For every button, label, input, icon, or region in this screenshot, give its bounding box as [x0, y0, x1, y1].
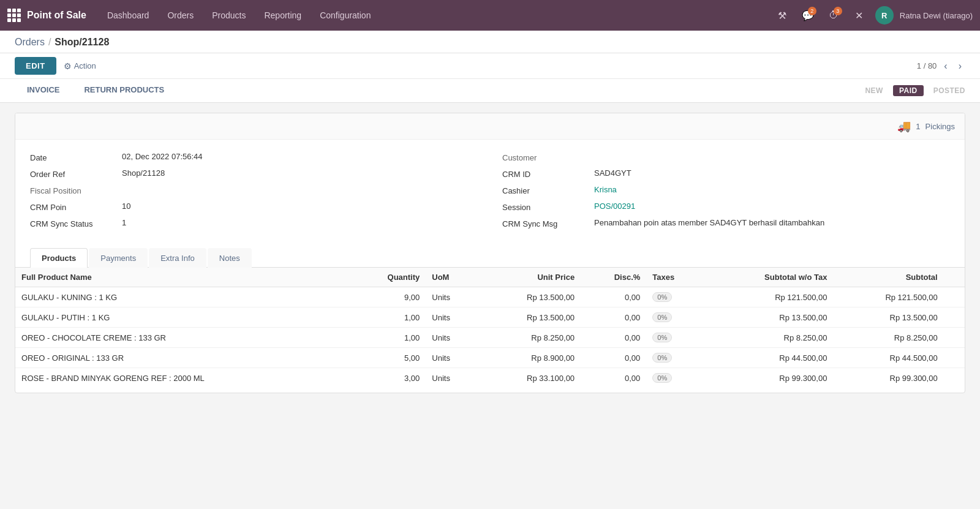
- tax-badge: 0%: [652, 353, 672, 363]
- cell-unit-price: Rp 33.100,00: [478, 368, 581, 388]
- date-value: 02, Dec 2022 07:56:44: [122, 152, 203, 161]
- order-ref-label: Order Ref: [30, 168, 116, 179]
- menu-configuration[interactable]: Configuration: [311, 0, 379, 31]
- col-menu: [944, 268, 965, 287]
- cell-quantity: 1,00: [350, 328, 426, 348]
- order-ref-row: Order Ref Shop/21128: [30, 168, 478, 179]
- inner-tab-payments[interactable]: Payments: [89, 248, 148, 268]
- cell-unit-price: Rp 8.250,00: [478, 328, 581, 348]
- cell-subtotal: Rp 99.300,00: [833, 368, 943, 388]
- cashier-row: Cashier Krisna: [502, 185, 950, 195]
- status-paid: PAID: [893, 85, 924, 96]
- cell-subtotal-wo-tax: Rp 44.500,00: [705, 348, 833, 368]
- crm-id-row: CRM ID SAD4GYT: [502, 168, 950, 179]
- cell-subtotal-wo-tax: Rp 99.300,00: [705, 368, 833, 388]
- breadcrumb-separator: /: [48, 37, 51, 48]
- order-card: 🚚 1 Pickings Date 02, Dec 2022 07:56:44 …: [15, 113, 965, 393]
- tax-badge: 0%: [652, 333, 672, 342]
- fiscal-position-label: Fiscal Position: [30, 185, 116, 195]
- cell-unit-price: Rp 13.500,00: [478, 287, 581, 307]
- table-row[interactable]: GULAKU - PUTIH : 1 KG 1,00 Units Rp 13.5…: [15, 307, 965, 328]
- col-subtotal: Subtotal: [833, 268, 943, 287]
- prev-button[interactable]: ‹: [940, 59, 951, 73]
- cell-unit-price: Rp 8.900,00: [478, 348, 581, 368]
- tab-invoice[interactable]: INVOICE: [15, 79, 72, 102]
- breadcrumb: Orders / Shop/21128: [15, 37, 965, 48]
- table-row[interactable]: GULAKU - KUNING : 1 KG 9,00 Units Rp 13.…: [15, 287, 965, 307]
- cell-disc: 0,00: [581, 287, 646, 307]
- menu-dashboard[interactable]: Dashboard: [99, 0, 158, 31]
- session-label: Session: [502, 202, 588, 212]
- cell-product-name: GULAKU - PUTIH : 1 KG: [15, 307, 350, 328]
- tax-badge: 0%: [652, 373, 672, 383]
- cashier-value[interactable]: Krisna: [594, 185, 617, 194]
- breadcrumb-parent[interactable]: Orders: [15, 37, 45, 48]
- crm-sync-status-value: 1: [122, 218, 126, 227]
- menu-orders[interactable]: Orders: [159, 0, 202, 31]
- customer-label: Customer: [502, 152, 588, 162]
- inner-tab-extra-info[interactable]: Extra Info: [149, 248, 206, 268]
- cell-menu-dots: [944, 368, 965, 388]
- inner-tab-notes[interactable]: Notes: [208, 248, 252, 268]
- date-row: Date 02, Dec 2022 07:56:44: [30, 152, 478, 162]
- crm-sync-msg-label: CRM Sync Msg: [502, 218, 588, 228]
- app-logo[interactable]: Point of Sale: [7, 9, 86, 22]
- app-name: Point of Sale: [27, 10, 86, 21]
- cell-uom: Units: [426, 368, 478, 388]
- cell-taxes: 0%: [646, 307, 705, 328]
- pickings-button[interactable]: 🚚 1 Pickings: [897, 119, 955, 133]
- crm-sync-msg-row: CRM Sync Msg Penambahan poin atas member…: [502, 218, 950, 228]
- clock-icon[interactable]: ⏱ 3: [824, 6, 843, 25]
- cell-subtotal: Rp 13.500,00: [833, 307, 943, 328]
- cell-uom: Units: [426, 307, 478, 328]
- cell-uom: Units: [426, 328, 478, 348]
- col-disc: Disc.%: [581, 268, 646, 287]
- crm-id-label: CRM ID: [502, 168, 588, 179]
- cell-disc: 0,00: [581, 328, 646, 348]
- inner-tab-products[interactable]: Products: [30, 248, 88, 268]
- crm-id-value: SAD4GYT: [594, 168, 631, 178]
- activity-icon[interactable]: ⚒: [772, 6, 792, 25]
- col-uom: UoM: [426, 268, 478, 287]
- cell-subtotal-wo-tax: Rp 13.500,00: [705, 307, 833, 328]
- toolbar: EDIT ⚙ Action 1 / 80 ‹ ›: [0, 53, 980, 79]
- cashier-label: Cashier: [502, 185, 588, 195]
- cell-quantity: 1,00: [350, 307, 426, 328]
- col-taxes: Taxes: [646, 268, 705, 287]
- next-button[interactable]: ›: [955, 59, 965, 73]
- col-unit-price: Unit Price: [478, 268, 581, 287]
- menu-reporting[interactable]: Reporting: [255, 0, 310, 31]
- cell-product-name: OREO - CHOCOLATE CREME : 133 GR: [15, 328, 350, 348]
- order-ref-value: Shop/21128: [122, 168, 165, 178]
- session-row: Session POS/00291: [502, 202, 950, 212]
- session-value[interactable]: POS/00291: [594, 202, 635, 211]
- cell-quantity: 3,00: [350, 368, 426, 388]
- table-row[interactable]: OREO - ORIGINAL : 133 GR 5,00 Units Rp 8…: [15, 348, 965, 368]
- top-navigation: Point of Sale Dashboard Orders Products …: [0, 0, 980, 31]
- gear-icon: ⚙: [64, 61, 72, 71]
- truck-icon: 🚚: [897, 119, 911, 133]
- pickings-label: Pickings: [925, 122, 955, 131]
- tab-return-products[interactable]: RETURN PRODUCTS: [72, 79, 176, 102]
- crm-sync-status-row: CRM Sync Status 1: [30, 218, 478, 228]
- status-labels: NEW PAID POSTED: [865, 85, 965, 96]
- fiscal-position-row: Fiscal Position: [30, 185, 478, 195]
- order-form: Date 02, Dec 2022 07:56:44 Order Ref Sho…: [15, 140, 965, 241]
- tax-badge: 0%: [652, 292, 672, 302]
- cell-subtotal-wo-tax: Rp 121.500,00: [705, 287, 833, 307]
- cell-taxes: 0%: [646, 368, 705, 388]
- action-button[interactable]: ⚙ Action: [64, 61, 96, 71]
- crm-sync-msg-value: Penambahan poin atas member SAD4GYT berh…: [594, 218, 824, 227]
- close-icon[interactable]: ✕: [850, 6, 869, 25]
- user-name[interactable]: Ratna Dewi (tiarago): [900, 11, 973, 20]
- table-row[interactable]: ROSE - BRAND MINYAK GORENG REF : 2000 ML…: [15, 368, 965, 388]
- cell-unit-price: Rp 13.500,00: [478, 307, 581, 328]
- pickings-bar: 🚚 1 Pickings: [15, 113, 965, 140]
- cell-subtotal: Rp 121.500,00: [833, 287, 943, 307]
- messages-icon[interactable]: 💬 2: [798, 6, 818, 25]
- menu-products[interactable]: Products: [203, 0, 254, 31]
- table-row[interactable]: OREO - CHOCOLATE CREME : 133 GR 1,00 Uni…: [15, 328, 965, 348]
- edit-button[interactable]: EDIT: [15, 57, 56, 75]
- cell-uom: Units: [426, 348, 478, 368]
- pagination: 1 / 80 ‹ ›: [917, 59, 965, 73]
